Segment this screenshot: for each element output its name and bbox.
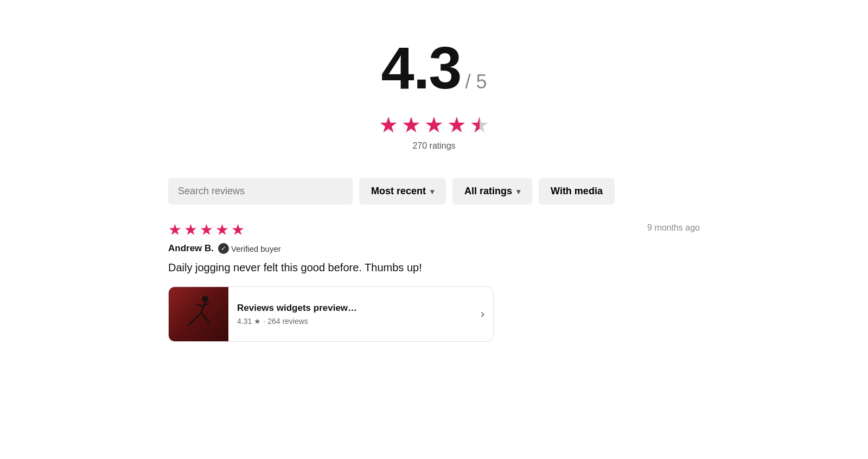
rating-denominator: / 5: [465, 71, 487, 93]
review-star-3: ★: [200, 221, 213, 239]
verified-icon: ✓: [218, 243, 229, 254]
preview-title: Reviews widgets preview…: [237, 303, 463, 314]
filter-bar: Most recent ▾ All ratings ▾ With media: [168, 178, 700, 205]
star-3: ★: [424, 114, 444, 136]
preview-card[interactable]: Reviews widgets preview… 4.31 ★ · 264 re…: [168, 286, 494, 342]
review-stars: ★ ★ ★ ★ ★: [168, 221, 245, 239]
sort-label: Most recent: [371, 186, 426, 197]
rating-section: 4.3 / 5 ★ ★ ★ ★ ★ ★ 270 ratings: [168, 22, 700, 162]
ratings-count: 270 ratings: [168, 141, 700, 151]
reviewer-name-text: Andrew B.: [168, 243, 214, 254]
preview-reviews-count: 264 reviews: [267, 317, 308, 326]
ratings-label: All ratings: [464, 186, 512, 197]
review-star-4: ★: [215, 221, 229, 239]
review-time: 9 months ago: [647, 221, 700, 233]
reviewer-name: Andrew B. ✓ Verified buyer: [168, 243, 700, 254]
preview-image: [169, 287, 228, 341]
review-star-2: ★: [184, 221, 197, 239]
rating-stars: ★ ★ ★ ★ ★ ★: [168, 114, 700, 136]
svg-line-1: [201, 302, 205, 313]
preview-content: Reviews widgets preview… 4.31 ★ · 264 re…: [228, 295, 472, 333]
review-text: Daily jogging never felt this good befor…: [168, 259, 700, 276]
search-input[interactable]: [168, 178, 353, 205]
preview-rating: 4.31: [237, 317, 252, 326]
runner-icon: [177, 292, 220, 336]
verified-label: Verified buyer: [231, 244, 281, 253]
page-wrapper: 4.3 / 5 ★ ★ ★ ★ ★ ★ 270 ratings Most rec…: [136, 0, 732, 364]
ratings-dropdown[interactable]: All ratings ▾: [452, 178, 532, 205]
sort-chevron-icon: ▾: [430, 187, 434, 196]
preview-meta: 4.31 ★ · 264 reviews: [237, 317, 463, 326]
rating-score: 4.3: [381, 38, 461, 98]
sort-dropdown[interactable]: Most recent ▾: [359, 178, 446, 205]
star-4: ★: [447, 114, 467, 136]
preview-arrow-icon: ›: [472, 307, 493, 321]
preview-dot: ·: [263, 317, 265, 326]
star-5-half: ★ ★: [470, 114, 489, 136]
star-1: ★: [379, 114, 398, 136]
big-rating: 4.3 / 5: [168, 38, 700, 98]
svg-line-4: [193, 313, 201, 321]
review-star-5: ★: [231, 221, 245, 239]
preview-thumbnail: [169, 287, 228, 341]
svg-point-0: [202, 296, 208, 302]
verified-badge: ✓ Verified buyer: [218, 243, 281, 254]
svg-line-7: [207, 320, 210, 324]
media-label: With media: [551, 186, 603, 197]
review-section: ★ ★ ★ ★ ★ 9 months ago Andrew B. ✓ Verif…: [168, 221, 700, 342]
media-filter-button[interactable]: With media: [539, 178, 615, 205]
star-2: ★: [401, 114, 421, 136]
svg-line-6: [201, 313, 207, 320]
review-star-1: ★: [168, 221, 182, 239]
preview-star-icon: ★: [254, 317, 261, 326]
svg-line-5: [189, 321, 193, 325]
review-header: ★ ★ ★ ★ ★ 9 months ago: [168, 221, 700, 239]
svg-line-2: [196, 304, 203, 307]
ratings-chevron-icon: ▾: [516, 187, 520, 196]
